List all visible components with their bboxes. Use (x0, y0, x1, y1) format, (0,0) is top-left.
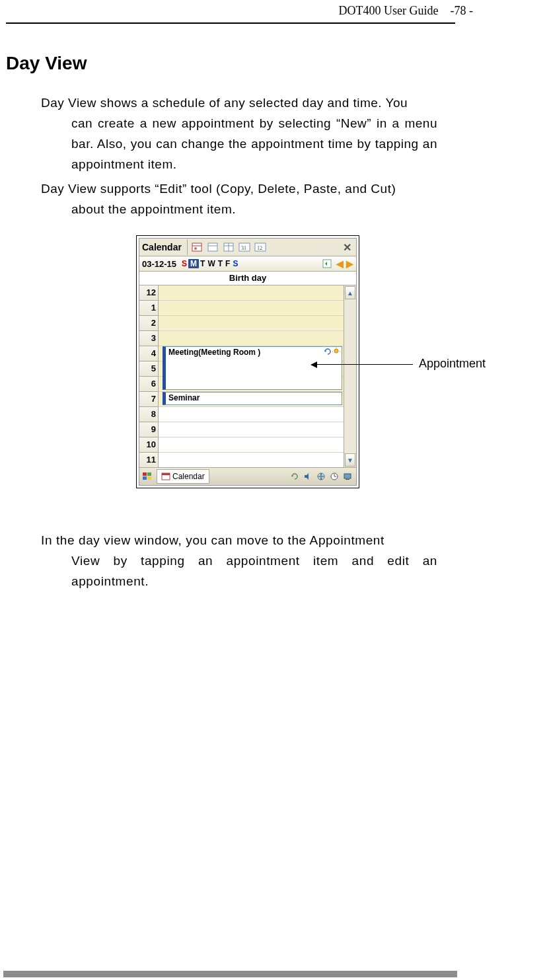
para1-lead: Day View shows a schedule of any selecte… (41, 96, 408, 110)
hour-3: 3 (139, 331, 158, 346)
callout-arrowhead (311, 361, 317, 368)
svg-rect-20 (147, 476, 151, 480)
hour-2: 2 (139, 316, 158, 331)
taskbar: Calendar (139, 468, 356, 485)
svg-rect-17 (143, 472, 147, 476)
hour-5: 5 (139, 361, 158, 377)
hour-10: 10 (139, 437, 158, 453)
tray-volume-icon[interactable] (302, 471, 314, 482)
para3-body: View by tapping an appointment item and … (41, 550, 437, 591)
slot[interactable] (159, 407, 344, 422)
date-label[interactable]: 03-12-15 (139, 259, 180, 269)
section-title: Day View (6, 53, 87, 74)
svg-text:31: 31 (241, 245, 246, 251)
hour-12: 12 (139, 285, 158, 301)
month-12-icon[interactable]: 12 (253, 241, 268, 254)
hour-9: 9 (139, 422, 158, 437)
svg-rect-29 (346, 479, 349, 480)
hour-4: 4 (139, 346, 158, 361)
callout-line (314, 364, 413, 365)
para2-body: about the appointment item. (41, 199, 437, 219)
hours-column: 12 1 2 3 4 5 6 7 8 9 10 11 (139, 285, 159, 467)
reminder-icon (332, 348, 340, 358)
svg-rect-3 (208, 243, 217, 251)
appointment-text: Meeting(Meeting Room ) (168, 348, 260, 357)
svg-rect-0 (192, 243, 201, 251)
paragraph-1: Day View shows a schedule of any selecte… (41, 93, 437, 174)
slot[interactable] (159, 331, 344, 346)
svg-rect-18 (147, 472, 151, 476)
app-title: Calendar (139, 242, 186, 252)
slot[interactable] (159, 316, 344, 331)
svg-rect-28 (344, 474, 351, 478)
next-arrow-icon[interactable]: ▶ (345, 258, 355, 269)
close-icon[interactable]: ✕ (340, 241, 353, 254)
slot[interactable] (159, 453, 344, 467)
slot[interactable] (159, 301, 344, 316)
allday-event[interactable]: Birth day (139, 272, 356, 285)
page-number: -78 - (451, 4, 474, 17)
hour-1: 1 (139, 301, 158, 316)
guide-title: DOT400 User Guide (339, 4, 439, 17)
appointment-seminar[interactable]: Seminar (163, 392, 342, 405)
scroll-down-icon[interactable]: ▼ (345, 453, 355, 467)
dow-sat[interactable]: S (231, 259, 239, 268)
calendar-screenshot: Calendar 31 12 ✕ 03-12-15 S M T (136, 235, 359, 488)
date-bar: 03-12-15 S M T W T F S ◀ ▶ (139, 256, 356, 272)
appointment-text: Seminar (168, 393, 200, 402)
week-view-icon[interactable] (221, 241, 236, 254)
para1-body: can create a new appointment by selectin… (41, 113, 437, 174)
day-view-icon[interactable] (205, 241, 220, 254)
appointment-meeting[interactable]: Meeting(Meeting Room ) (163, 346, 342, 390)
dow-tue[interactable]: T (199, 259, 206, 268)
recurrence-icon (324, 348, 332, 358)
events-column[interactable]: Meeting(Meeting Room ) Seminar (159, 285, 344, 467)
dow-wed[interactable]: W (206, 259, 216, 268)
scroll-up-icon[interactable]: ▲ (345, 286, 355, 299)
tray-sync-icon[interactable] (289, 471, 301, 482)
title-bar: Calendar 31 12 ✕ (139, 239, 356, 256)
page-header: DOT400 User Guide -78 - (0, 0, 549, 24)
svg-rect-22 (162, 473, 170, 475)
scrollbar[interactable]: ▲ ▼ (344, 285, 356, 467)
paragraph-3: In the day view window, you can move to … (41, 530, 437, 591)
slot[interactable] (159, 285, 344, 301)
svg-text:12: 12 (257, 245, 262, 251)
header-rule (6, 22, 455, 24)
tray-clock-icon[interactable] (328, 471, 340, 482)
taskbar-label: Calendar (172, 472, 205, 481)
footer-bar (3, 971, 457, 977)
start-icon[interactable] (141, 471, 154, 482)
agenda-view-icon[interactable] (190, 241, 204, 254)
tray-desktop-icon[interactable] (342, 471, 353, 482)
hour-8: 8 (139, 407, 158, 422)
prev-arrow-icon[interactable]: ◀ (335, 258, 345, 269)
callout-label: Appointment (419, 357, 486, 371)
taskbar-app-button[interactable]: Calendar (157, 469, 209, 484)
dow-thu[interactable]: T (217, 259, 224, 268)
scroll-track[interactable] (344, 300, 356, 453)
dow-mon[interactable]: M (188, 259, 199, 268)
svg-point-2 (194, 247, 197, 250)
hour-7: 7 (139, 392, 158, 407)
hour-6: 6 (139, 377, 158, 392)
slot[interactable] (159, 422, 344, 437)
tray-network-icon[interactable] (315, 471, 327, 482)
para2-lead: Day View supports “Edit” tool (Copy, Del… (41, 182, 396, 196)
slot[interactable] (159, 437, 344, 453)
para3-lead: In the day view window, you can move to … (41, 533, 384, 547)
goto-today-icon[interactable] (320, 257, 334, 270)
month-31-icon[interactable]: 31 (237, 241, 252, 254)
dow-fri[interactable]: F (224, 259, 231, 268)
paragraph-2: Day View supports “Edit” tool (Copy, Del… (41, 178, 437, 219)
schedule-grid: 12 1 2 3 4 5 6 7 8 9 10 11 (139, 285, 356, 468)
hour-11: 11 (139, 453, 158, 467)
svg-point-13 (334, 349, 338, 353)
svg-rect-19 (143, 476, 147, 480)
dow-sun[interactable]: S (180, 259, 188, 268)
